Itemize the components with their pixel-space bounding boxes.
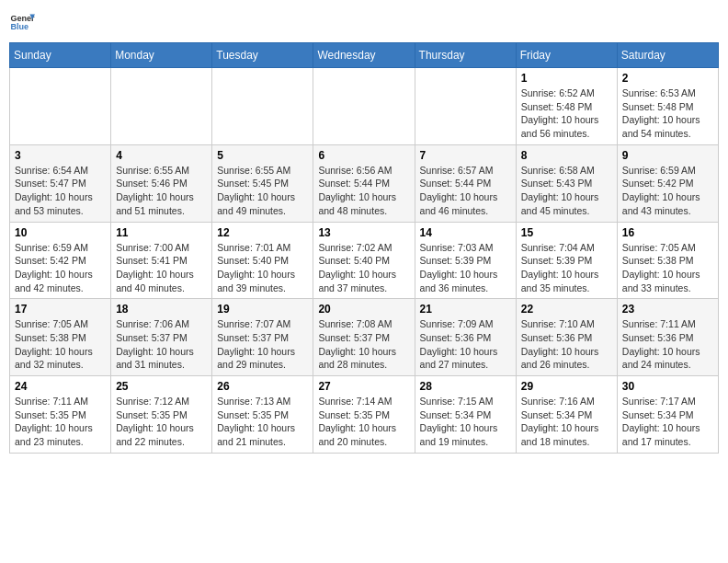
day-info: Sunrise: 7:14 AM Sunset: 5:35 PM Dayligh…: [318, 395, 409, 449]
calendar-cell: 17Sunrise: 7:05 AM Sunset: 5:38 PM Dayli…: [10, 299, 111, 376]
calendar-cell: 1Sunrise: 6:52 AM Sunset: 5:48 PM Daylig…: [516, 68, 617, 145]
day-header-thursday: Thursday: [415, 43, 516, 68]
day-info: Sunrise: 6:56 AM Sunset: 5:44 PM Dayligh…: [318, 164, 409, 218]
calendar-cell: 28Sunrise: 7:15 AM Sunset: 5:34 PM Dayli…: [415, 376, 516, 454]
day-number: 21: [420, 303, 511, 316]
day-number: 24: [15, 380, 106, 393]
day-header-friday: Friday: [516, 43, 617, 68]
calendar-week-row: 1Sunrise: 6:52 AM Sunset: 5:48 PM Daylig…: [10, 68, 719, 145]
calendar-week-row: 24Sunrise: 7:11 AM Sunset: 5:35 PM Dayli…: [10, 376, 719, 454]
calendar-week-row: 17Sunrise: 7:05 AM Sunset: 5:38 PM Dayli…: [10, 299, 719, 376]
page-header: General Blue: [9, 9, 719, 35]
day-number: 1: [521, 72, 612, 85]
day-info: Sunrise: 6:59 AM Sunset: 5:42 PM Dayligh…: [15, 241, 106, 295]
day-number: 28: [420, 380, 511, 393]
day-info: Sunrise: 7:10 AM Sunset: 5:36 PM Dayligh…: [521, 317, 612, 372]
calendar-cell: 19Sunrise: 7:07 AM Sunset: 5:37 PM Dayli…: [212, 299, 313, 376]
day-info: Sunrise: 7:03 AM Sunset: 5:39 PM Dayligh…: [420, 241, 511, 295]
calendar-cell: 5Sunrise: 6:55 AM Sunset: 5:45 PM Daylig…: [212, 144, 313, 222]
day-info: Sunrise: 7:07 AM Sunset: 5:37 PM Dayligh…: [217, 317, 308, 372]
day-number: 27: [318, 380, 409, 393]
day-info: Sunrise: 7:17 AM Sunset: 5:34 PM Dayligh…: [622, 395, 713, 449]
day-number: 2: [622, 72, 713, 85]
day-info: Sunrise: 7:11 AM Sunset: 5:35 PM Dayligh…: [15, 395, 106, 449]
day-info: Sunrise: 7:09 AM Sunset: 5:36 PM Dayligh…: [420, 317, 511, 372]
calendar-cell: 22Sunrise: 7:10 AM Sunset: 5:36 PM Dayli…: [516, 299, 617, 376]
calendar-cell: 27Sunrise: 7:14 AM Sunset: 5:35 PM Dayli…: [313, 376, 415, 454]
calendar-cell: 2Sunrise: 6:53 AM Sunset: 5:48 PM Daylig…: [617, 68, 718, 145]
day-info: Sunrise: 7:06 AM Sunset: 5:37 PM Dayligh…: [116, 317, 207, 372]
day-number: 6: [318, 149, 409, 162]
day-header-sunday: Sunday: [10, 43, 111, 68]
day-number: 20: [318, 303, 409, 316]
calendar-cell: 4Sunrise: 6:55 AM Sunset: 5:46 PM Daylig…: [111, 144, 212, 222]
calendar-cell: 26Sunrise: 7:13 AM Sunset: 5:35 PM Dayli…: [212, 376, 313, 454]
calendar-cell: 6Sunrise: 6:56 AM Sunset: 5:44 PM Daylig…: [313, 144, 415, 222]
calendar-cell: 24Sunrise: 7:11 AM Sunset: 5:35 PM Dayli…: [10, 376, 111, 454]
svg-text:Blue: Blue: [10, 22, 28, 31]
calendar-cell: 8Sunrise: 6:58 AM Sunset: 5:43 PM Daylig…: [516, 144, 617, 222]
day-number: 14: [420, 226, 511, 239]
day-number: 7: [420, 149, 511, 162]
calendar-cell: 16Sunrise: 7:05 AM Sunset: 5:38 PM Dayli…: [617, 222, 718, 299]
day-info: Sunrise: 7:00 AM Sunset: 5:41 PM Dayligh…: [116, 241, 207, 295]
day-info: Sunrise: 6:59 AM Sunset: 5:42 PM Dayligh…: [622, 164, 713, 218]
calendar-cell: [313, 68, 415, 145]
day-info: Sunrise: 7:05 AM Sunset: 5:38 PM Dayligh…: [15, 317, 106, 372]
day-number: 4: [116, 149, 207, 162]
day-info: Sunrise: 7:13 AM Sunset: 5:35 PM Dayligh…: [217, 395, 308, 449]
day-number: 17: [15, 303, 106, 316]
day-info: Sunrise: 6:55 AM Sunset: 5:46 PM Dayligh…: [116, 164, 207, 218]
day-info: Sunrise: 7:02 AM Sunset: 5:40 PM Dayligh…: [318, 241, 409, 295]
day-info: Sunrise: 7:01 AM Sunset: 5:40 PM Dayligh…: [217, 241, 308, 295]
calendar-week-row: 3Sunrise: 6:54 AM Sunset: 5:47 PM Daylig…: [10, 144, 719, 222]
day-info: Sunrise: 6:53 AM Sunset: 5:48 PM Dayligh…: [622, 86, 713, 141]
calendar-header-row: SundayMondayTuesdayWednesdayThursdayFrid…: [10, 43, 719, 68]
calendar-cell: [415, 68, 516, 145]
calendar-cell: [111, 68, 212, 145]
day-number: 18: [116, 303, 207, 316]
day-info: Sunrise: 7:12 AM Sunset: 5:35 PM Dayligh…: [116, 395, 207, 449]
day-number: 30: [622, 380, 713, 393]
calendar-cell: 7Sunrise: 6:57 AM Sunset: 5:44 PM Daylig…: [415, 144, 516, 222]
day-number: 11: [116, 226, 207, 239]
day-header-saturday: Saturday: [617, 43, 718, 68]
day-info: Sunrise: 6:55 AM Sunset: 5:45 PM Dayligh…: [217, 164, 308, 218]
day-number: 29: [521, 380, 612, 393]
calendar-cell: 3Sunrise: 6:54 AM Sunset: 5:47 PM Daylig…: [10, 144, 111, 222]
calendar-week-row: 10Sunrise: 6:59 AM Sunset: 5:42 PM Dayli…: [10, 222, 719, 299]
day-number: 19: [217, 303, 308, 316]
day-header-monday: Monday: [111, 43, 212, 68]
day-number: 13: [318, 226, 409, 239]
day-info: Sunrise: 7:05 AM Sunset: 5:38 PM Dayligh…: [622, 241, 713, 295]
day-number: 23: [622, 303, 713, 316]
calendar-cell: 9Sunrise: 6:59 AM Sunset: 5:42 PM Daylig…: [617, 144, 718, 222]
calendar-cell: 25Sunrise: 7:12 AM Sunset: 5:35 PM Dayli…: [111, 376, 212, 454]
day-header-tuesday: Tuesday: [212, 43, 313, 68]
logo: General Blue: [9, 9, 35, 35]
day-number: 5: [217, 149, 308, 162]
day-info: Sunrise: 7:16 AM Sunset: 5:34 PM Dayligh…: [521, 395, 612, 449]
day-number: 9: [622, 149, 713, 162]
logo-icon: General Blue: [9, 9, 35, 35]
day-number: 8: [521, 149, 612, 162]
day-header-wednesday: Wednesday: [313, 43, 415, 68]
day-info: Sunrise: 6:57 AM Sunset: 5:44 PM Dayligh…: [420, 164, 511, 218]
calendar-cell: 13Sunrise: 7:02 AM Sunset: 5:40 PM Dayli…: [313, 222, 415, 299]
day-number: 16: [622, 226, 713, 239]
day-number: 26: [217, 380, 308, 393]
calendar-cell: 10Sunrise: 6:59 AM Sunset: 5:42 PM Dayli…: [10, 222, 111, 299]
calendar-cell: [10, 68, 111, 145]
calendar-cell: 29Sunrise: 7:16 AM Sunset: 5:34 PM Dayli…: [516, 376, 617, 454]
day-number: 12: [217, 226, 308, 239]
calendar-cell: 20Sunrise: 7:08 AM Sunset: 5:37 PM Dayli…: [313, 299, 415, 376]
calendar-cell: 11Sunrise: 7:00 AM Sunset: 5:41 PM Dayli…: [111, 222, 212, 299]
day-number: 25: [116, 380, 207, 393]
day-info: Sunrise: 7:11 AM Sunset: 5:36 PM Dayligh…: [622, 317, 713, 372]
calendar-cell: [212, 68, 313, 145]
day-info: Sunrise: 6:52 AM Sunset: 5:48 PM Dayligh…: [521, 86, 612, 141]
day-number: 10: [15, 226, 106, 239]
day-number: 22: [521, 303, 612, 316]
day-info: Sunrise: 7:15 AM Sunset: 5:34 PM Dayligh…: [420, 395, 511, 449]
calendar-cell: 12Sunrise: 7:01 AM Sunset: 5:40 PM Dayli…: [212, 222, 313, 299]
